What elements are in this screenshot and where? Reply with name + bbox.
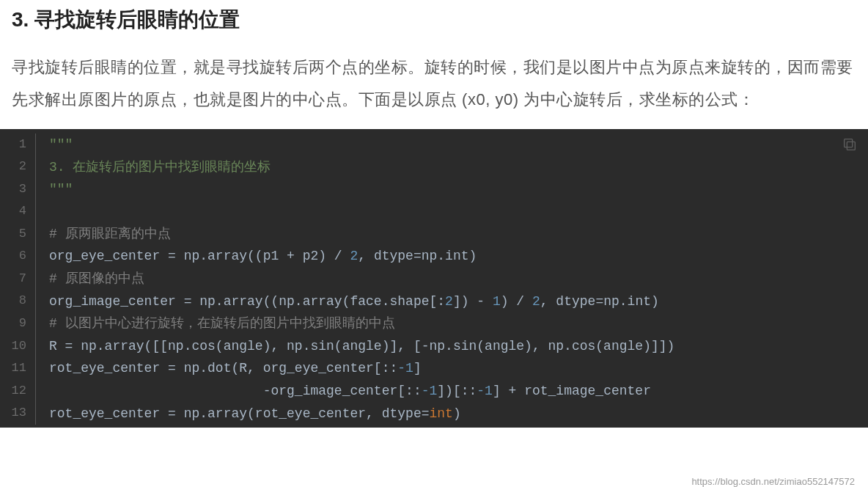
token: ] + rot_image_center [493,384,651,398]
code-content: # 以图片中心进行旋转，在旋转后的图片中找到眼睛的中点 [49,312,395,335]
gutter-divider [35,312,36,335]
code-content: """ [49,178,73,201]
line-number: 10 [0,336,35,357]
token: """ [49,137,73,152]
token: R = np.array([[np.cos(angle), np.sin(ang… [49,339,674,354]
gutter-divider [35,335,36,358]
token: # 以图片中心进行旋转，在旋转后的图片中找到眼睛的中点 [49,316,395,331]
code-line: 4 [0,201,868,223]
token: 3. 在旋转后的图片中找到眼睛的坐标 [49,160,271,175]
code-lines: 1"""23. 在旋转后的图片中找到眼睛的坐标3"""45# 原两眼距离的中点6… [0,133,868,425]
intro-paragraph: 寻找旋转后眼睛的位置，就是寻找旋转后两个点的坐标。旋转的时候，我们是以图片中点为… [12,51,856,116]
token: , dtype=np.int) [358,249,477,263]
line-number: 5 [0,224,35,245]
code-content: rot_eye_center = np.array(rot_eye_center… [49,403,461,425]
token: int [429,406,452,421]
token: 2 [350,249,358,263]
line-number: 12 [0,381,35,402]
gutter-divider [35,201,36,223]
code-line: 10R = np.array([[np.cos(angle), np.sin(a… [0,335,868,358]
gutter-divider [35,156,36,179]
line-number: 11 [0,358,35,379]
token: rot_eye_center = np.array(rot_eye_center… [49,406,429,421]
token: # 原两眼距离的中点 [49,227,171,241]
code-line: 6org_eye_center = np.array((p1 + p2) / 2… [0,245,868,268]
token: -1 [397,361,413,376]
code-line: 3""" [0,178,868,201]
line-number: 9 [0,313,35,334]
gutter-divider [35,357,36,380]
code-content: 3. 在旋转后的图片中找到眼睛的坐标 [49,156,271,179]
token: 1 [493,294,501,309]
code-line: 13rot_eye_center = np.array(rot_eye_cent… [0,403,868,425]
code-line: 9# 以图片中心进行旋转，在旋转后的图片中找到眼睛的中点 [0,312,868,335]
token: org_eye_center = np.array((p1 + p2) / [49,249,350,263]
token: -org_image_center[:: [49,384,422,398]
gutter-divider [35,223,36,246]
code-content: # 原图像的中点 [49,268,144,290]
svg-rect-1 [845,139,853,147]
code-content: # 原两眼距离的中点 [49,223,171,246]
token: rot_eye_center = np.dot(R, org_eye_cente… [49,361,397,376]
token: ) [453,406,461,421]
copy-icon[interactable] [842,136,858,153]
code-content: org_image_center = np.array((np.array(fa… [49,290,659,313]
token: -1 [477,384,493,398]
code-line: 7# 原图像的中点 [0,268,868,290]
gutter-divider [35,290,36,313]
code-content: rot_eye_center = np.dot(R, org_eye_cente… [49,357,422,380]
line-number: 2 [0,156,35,177]
token: org_image_center = np.array((np.array(fa… [49,294,445,309]
svg-rect-0 [847,142,855,150]
code-line: 5# 原两眼距离的中点 [0,223,868,246]
watermark-url: https://blog.csdn.net/zimiao552147572 [691,476,855,487]
code-line: 11rot_eye_center = np.dot(R, org_eye_cen… [0,357,868,380]
line-number: 7 [0,268,35,290]
token: ]) - [453,294,493,309]
token: ] [413,361,422,376]
token: # 原图像的中点 [49,271,144,286]
gutter-divider [35,268,36,290]
code-block: 1"""23. 在旋转后的图片中找到眼睛的坐标3"""45# 原两眼距离的中点6… [0,129,868,428]
gutter-divider [35,133,36,156]
code-line: 23. 在旋转后的图片中找到眼睛的坐标 [0,156,868,179]
token: 2 [445,294,453,309]
token: """ [49,182,73,197]
code-content: org_eye_center = np.array((p1 + p2) / 2,… [49,245,477,268]
token: ) / [501,294,532,309]
gutter-divider [35,178,36,201]
gutter-divider [35,380,36,403]
line-number: 4 [0,201,35,222]
line-number: 6 [0,246,35,267]
line-number: 13 [0,403,35,424]
token: 2 [532,294,540,309]
gutter-divider [35,403,36,425]
line-number: 1 [0,134,35,155]
token: , dtype=np.int) [540,294,659,309]
section-heading: 3. 寻找旋转后眼睛的位置 [12,6,856,34]
code-content: R = np.array([[np.cos(angle), np.sin(ang… [49,335,674,358]
page-root: 3. 寻找旋转后眼睛的位置 寻找旋转后眼睛的位置，就是寻找旋转后两个点的坐标。旋… [0,6,868,487]
code-line: 1""" [0,133,868,156]
code-line: 8org_image_center = np.array((np.array(f… [0,290,868,313]
code-content: -org_image_center[::-1])[::-1] + rot_ima… [49,380,651,403]
gutter-divider [35,245,36,268]
code-line: 12 -org_image_center[::-1])[::-1] + rot_… [0,380,868,403]
code-content: """ [49,133,73,156]
line-number: 3 [0,179,35,200]
line-number: 8 [0,290,35,312]
token: ])[:: [437,384,477,398]
token: -1 [422,384,438,398]
